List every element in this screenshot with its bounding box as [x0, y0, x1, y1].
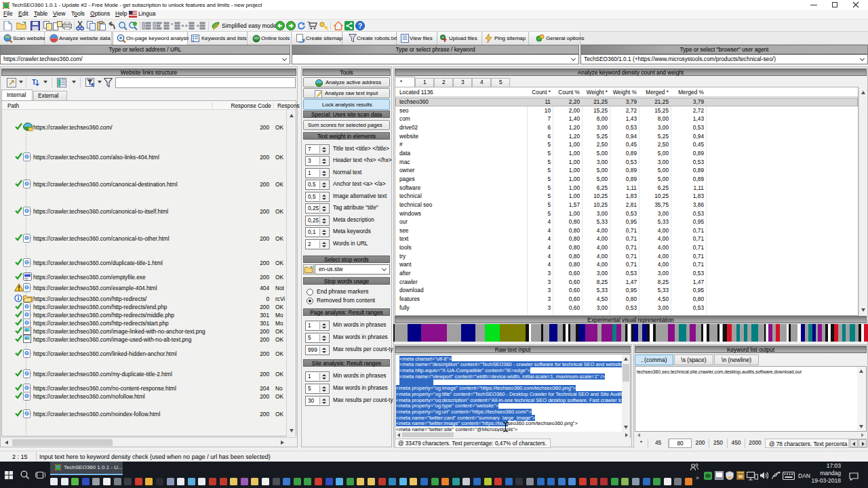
svg-text:e: e	[26, 411, 28, 415]
svg-text:e: e	[26, 154, 28, 159]
svg-text:e: e	[26, 393, 28, 398]
svg-text:?: ?	[358, 22, 362, 30]
svg-text:e: e	[26, 260, 28, 264]
svg-text:e: e	[26, 285, 28, 289]
svg-text:e: e	[26, 312, 28, 317]
svg-text:e: e	[26, 371, 28, 375]
svg-text:e: e	[26, 320, 28, 325]
svg-text:e: e	[26, 304, 28, 308]
svg-text:e: e	[26, 385, 28, 390]
svg-text:e: e	[26, 208, 28, 213]
svg-text:T: T	[32, 79, 36, 86]
svg-text:e: e	[26, 350, 28, 355]
svg-text:e: e	[26, 235, 28, 240]
svg-text:e: e	[26, 181, 28, 186]
